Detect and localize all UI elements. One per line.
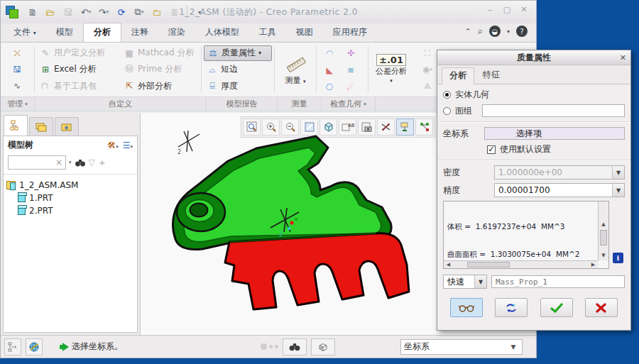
file-edit-button[interactable]: 🗏 (167, 4, 182, 20)
web-browser-toggle-button[interactable] (26, 338, 43, 355)
folder-browser-tab[interactable] (29, 117, 53, 136)
selection-filter-dropdown[interactable]: 坐标系 ▼ (400, 339, 523, 355)
tree-display-icon[interactable]: ☰▾ (123, 140, 133, 150)
search-binoculars-button[interactable] (283, 338, 307, 355)
redo-button[interactable]: ↷▾ (96, 4, 111, 20)
inspect-offset-icon[interactable]: ⎔ (326, 82, 333, 92)
tab-model[interactable]: 模型 (46, 23, 83, 42)
cancel-button[interactable] (585, 298, 618, 317)
chevron-down-icon[interactable]: ▼ (612, 166, 624, 179)
tab-tools[interactable]: 工具 (249, 23, 286, 42)
filter-funnel-icon[interactable]: ▽ (89, 158, 95, 167)
tab-view[interactable]: 视图 (286, 23, 323, 42)
tree-node-part2[interactable]: 2.PRT (6, 204, 134, 217)
favorites-tab[interactable]: ✻ (55, 117, 79, 136)
maximize-button[interactable]: ▢ (502, 5, 512, 14)
measure-button[interactable]: 测量 ▾ (277, 45, 314, 94)
thickness-button[interactable]: ⌸厚度 (204, 78, 272, 94)
search-options-icon[interactable]: ▾ (69, 160, 72, 165)
select-box-button[interactable] (311, 338, 335, 355)
solid-geometry-option[interactable]: 实体几何 (443, 89, 625, 101)
sensitivity-analysis-icon[interactable]: ◉ ▾ (417, 62, 438, 77)
tree-node-assembly[interactable]: 1_2_ASM.ASM (6, 179, 134, 192)
quilt-collector-field[interactable] (482, 104, 625, 117)
feasibility-analysis-icon[interactable]: ⟁ (417, 78, 438, 94)
windows-button[interactable]: ⧉▾ (131, 4, 147, 20)
tab-applications[interactable]: 应用程序 (323, 23, 377, 42)
mass-properties-button[interactable]: ⚖质量属性▾ (204, 45, 272, 61)
community-icon[interactable]: ◒ (489, 26, 501, 37)
accuracy-combo[interactable]: 0.00001700 ▼ (494, 183, 625, 197)
close-window-button[interactable]: 🗀 (149, 4, 165, 20)
tab-manikin[interactable]: 人体模型 (195, 23, 249, 42)
inspect-curvature-icon[interactable]: ☄ (347, 82, 355, 92)
prime-analysis-item[interactable]: ⓂPrime 分析 (121, 62, 199, 77)
measure-x-icon[interactable]: ⤬ (6, 45, 28, 61)
inspect-surface-icon[interactable]: ◠ (326, 48, 333, 58)
dialog-tab-analysis[interactable]: 分析 (442, 67, 474, 84)
dialog-tab-feature[interactable]: 特征 (476, 67, 507, 84)
inspect-reflection-icon[interactable]: ≋ (347, 65, 354, 75)
model-tree-tab[interactable] (4, 115, 28, 136)
preview-button[interactable] (450, 298, 483, 317)
open-file-button[interactable]: 🗁 (43, 4, 58, 20)
density-combo[interactable]: 1.000000e+00 ▼ (494, 165, 625, 180)
analysis-name-input[interactable]: Mass_Prop_1 (491, 275, 625, 288)
tab-analysis[interactable]: 分析 (83, 23, 121, 42)
dialog-close-icon[interactable]: ✕ (620, 53, 626, 62)
graph-analysis-icon[interactable]: ∿ (6, 78, 28, 94)
excel-analysis-item[interactable]: ⊞Excel 分析 (37, 62, 121, 77)
csys-collector-field[interactable]: 选择项 (484, 127, 625, 140)
tree-search-input[interactable]: × (8, 155, 66, 170)
chevron-down-icon[interactable]: ▼ (474, 275, 486, 288)
checkbox-checked-icon[interactable]: ✓ (487, 145, 496, 154)
use-default-option[interactable]: ✓ 使用默认设置 (443, 143, 625, 155)
red-part[interactable] (225, 233, 409, 309)
clear-search-icon[interactable]: × (55, 158, 62, 167)
saved-analysis-icon[interactable]: 🖫 (6, 62, 28, 77)
repeat-button[interactable] (495, 298, 528, 317)
csys-marker-1[interactable]: 2 (178, 131, 200, 155)
tolerance-analysis-button[interactable]: ±.01 公差分析▾ (371, 45, 412, 94)
excite-analysis-icon[interactable]: ⛶ (417, 45, 438, 61)
results-textarea[interactable]: 体积 = 1.6197237e+04 MM^3 曲面面积 = 1.3030075… (443, 201, 609, 269)
minimize-ribbon-icon[interactable]: ⌃ (464, 27, 471, 36)
tab-annotate[interactable]: 注释 (121, 23, 158, 42)
udf-analysis-item[interactable]: ✎用户定义分析 (37, 45, 121, 61)
qat-customize-button[interactable]: ▾ (192, 4, 207, 20)
tree-node-part1[interactable]: 1.PRT (6, 192, 134, 204)
quick-mode-dropdown[interactable]: 快速 ▼ (443, 275, 487, 289)
group-inspect[interactable]: 检查几何▾ (322, 97, 376, 111)
new-file-button[interactable]: 🗎 (25, 4, 40, 20)
close-button[interactable]: ✕ (519, 5, 529, 14)
find-binoculars-icon[interactable] (75, 158, 86, 167)
ok-button[interactable] (540, 298, 573, 317)
undo-button[interactable]: ↶▾ (78, 4, 94, 20)
community-dropdown-icon[interactable]: ▾ (507, 28, 510, 35)
external-analysis-item[interactable]: ⇱外部分析 (121, 78, 199, 94)
tab-file[interactable]: 文件 ▾ (4, 23, 46, 42)
chevron-down-icon[interactable]: ▼ (612, 184, 624, 197)
short-edge-button[interactable]: ⌓短边 (204, 62, 272, 77)
vertical-scrollbar[interactable]: ▲ ▼ (598, 202, 608, 260)
regenerate-button[interactable]: ⟳ (114, 4, 129, 20)
help-icon[interactable]: ? (516, 26, 528, 37)
toolkit-analysis-item[interactable]: ⛫基于工具包 (37, 78, 121, 94)
expand-add-icon[interactable]: ＋ (98, 157, 106, 169)
minimize-button[interactable]: ‒ (485, 5, 495, 14)
radio-solid-icon[interactable] (443, 91, 451, 99)
mathcad-analysis-item[interactable]: ▦Mathcad 分析 (121, 45, 199, 61)
group-manage[interactable]: 管理▾ (1, 97, 35, 111)
navigator-toggle-button[interactable] (4, 338, 21, 355)
info-icon[interactable]: i (613, 253, 623, 263)
save-button[interactable]: 🖫 (60, 4, 76, 20)
radio-quilt-icon[interactable] (443, 107, 451, 115)
inspect-dihedral-icon[interactable]: ◣ (326, 65, 332, 75)
horizontal-scrollbar[interactable]: ◀ ▶ (444, 260, 598, 268)
quilt-option[interactable]: 面组 (443, 104, 625, 117)
dialog-title-bar[interactable]: 质量属性 ✕ (437, 50, 630, 65)
command-search-icon[interactable]: ⌕ (478, 26, 483, 37)
tab-render[interactable]: 渲染 (158, 23, 195, 42)
tree-tools-icon[interactable]: 🛠▾ (107, 140, 119, 150)
inspect-shaded-curvature-icon[interactable]: ✣ (347, 48, 354, 58)
